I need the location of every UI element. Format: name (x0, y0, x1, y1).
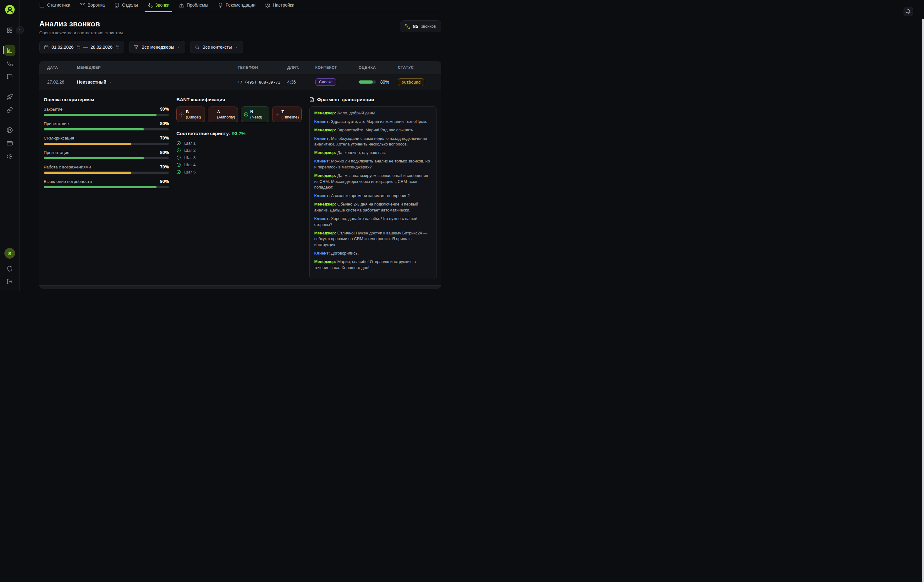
lifebuoy-icon (7, 127, 13, 133)
criterion-value: 70% (160, 164, 169, 170)
tab-recommendations[interactable]: Рекомендации (218, 2, 256, 8)
criterion-top: Выявление потребности90% (44, 179, 169, 184)
cell-status: outbound (398, 78, 433, 86)
tab-label: Настройки (273, 3, 294, 8)
sidebar-item-security[interactable] (4, 263, 15, 274)
criteria-section: Оценка по критериям Закрытие90%Приветств… (44, 97, 169, 279)
manager-name: Неизвестный (77, 79, 106, 84)
calls-table: ДАТАМЕНЕДЖЕРТЕЛЕФОНДЛИТ.КОНТЕКСТОЦЕНКАСТ… (39, 61, 441, 289)
script-compliance: Соответствие скрипту:93.7% (176, 131, 301, 136)
script-compliance-value: 93.7% (232, 131, 246, 136)
script-step: Шаг 4 (176, 162, 301, 167)
grid-icon (7, 27, 13, 33)
script-step-label: Шаг 2 (184, 148, 195, 153)
date-range-separator: — (83, 45, 88, 49)
tab-problems[interactable]: Проблемы (179, 2, 208, 8)
funnel-icon (80, 3, 85, 8)
sidebar-item-launch[interactable] (4, 91, 15, 102)
avatar[interactable]: S (4, 248, 15, 259)
sidebar-item-logout[interactable] (4, 276, 15, 287)
criterion-progress-fill (44, 186, 157, 188)
bant-name: (Timeline) (282, 115, 299, 120)
sidebar-item-integrations[interactable] (4, 104, 15, 115)
circle-check-icon (176, 162, 181, 167)
speaker-label: Менеджер: (314, 110, 336, 115)
sidebar-item-calls[interactable] (4, 58, 15, 69)
circle-check-icon (176, 141, 181, 145)
bant-text: B(Budget) (186, 109, 201, 120)
sidebar-expand-button[interactable] (16, 26, 24, 34)
bant-letter: T (282, 109, 299, 115)
criterion-progress-fill (44, 157, 144, 159)
speaker-label: Менеджер: (314, 128, 336, 132)
circle-check-icon (244, 112, 249, 117)
app-logo-icon (5, 4, 15, 15)
main-area: СтатистикаВоронкаОтделыЗвонкиПроблемыРек… (20, 0, 462, 289)
circle-check-icon (176, 148, 181, 153)
sidebar-item-messages[interactable] (4, 71, 15, 82)
tab-statistics[interactable]: Статистика (39, 2, 70, 8)
managers-filter-dropdown[interactable]: Все менеджеры (129, 41, 185, 53)
chevron-right-icon (18, 28, 22, 32)
bant-text: N(Need) (250, 109, 262, 120)
column-header: МЕНЕДЖЕР (77, 65, 238, 70)
gear-icon (265, 3, 270, 8)
criterion-row: Презентация80% (44, 150, 169, 159)
criterion-top: Закрытие90% (44, 107, 169, 112)
sidebar-item-settings[interactable] (4, 151, 15, 162)
link-icon (7, 107, 13, 113)
criterion-progress (44, 143, 169, 145)
column-header: КОНТЕКСТ (315, 65, 359, 70)
sidebar-item-billing[interactable] (4, 138, 15, 149)
criterion-value: 80% (160, 121, 169, 126)
contexts-filter-dropdown[interactable]: Все контексты (190, 41, 243, 53)
transcript-message: Клиент: Мы обсуждали с вами неделю назад… (314, 136, 432, 148)
chat-icon (7, 74, 13, 80)
column-header: ТЕЛЕФОН (238, 65, 287, 70)
call-detail-panel: Оценка по критериям Закрытие90%Приветств… (39, 90, 441, 285)
tab-funnel[interactable]: Воронка (80, 2, 105, 8)
transcript-panel[interactable]: Менеджер: Алло, добрый день!Клиент: Здра… (309, 106, 437, 279)
script-step-label: Шаг 4 (184, 162, 195, 167)
calls-count-label: звонков (421, 24, 436, 29)
bant-state (179, 112, 184, 117)
script-steps-list: Шаг 1Шаг 2Шаг 3Шаг 4Шаг 5 (176, 141, 301, 175)
criterion-progress-fill (44, 171, 131, 174)
lightbulb-icon (218, 3, 223, 8)
bant-letter: A (217, 109, 235, 115)
criterion-label: Презентация (44, 150, 69, 155)
criterion-value: 70% (160, 135, 169, 140)
bant-text: T(Timeline) (282, 109, 299, 120)
sidebar-item-dashboard[interactable] (4, 25, 15, 36)
script-compliance-label: Соответствие скрипту: (176, 131, 230, 136)
tab-calls[interactable]: Звонки (147, 2, 169, 8)
funnel-icon (134, 45, 139, 49)
criterion-value: 90% (160, 107, 169, 112)
criteria-title: Оценка по критериям (44, 97, 169, 102)
managers-filter-value: Все менеджеры (142, 45, 174, 49)
tab-departments[interactable]: Отделы (114, 2, 138, 8)
tab-label: Проблемы (187, 3, 208, 8)
transcript-message: Менеджер: Да, мы анализируем звонки, ema… (314, 173, 432, 191)
criterion-progress (44, 128, 169, 130)
chevron-up-icon[interactable] (109, 80, 113, 84)
sidebar-item-analytics[interactable] (4, 45, 15, 56)
speaker-label: Клиент: (314, 159, 330, 163)
tab-label: Воронка (88, 3, 105, 8)
bant-name: (Need) (250, 115, 262, 120)
date-picker-icon[interactable] (76, 45, 81, 49)
column-header: ДЛИТ. (287, 65, 315, 70)
tab-settings[interactable]: Настройки (265, 2, 294, 8)
criterion-label: Закрытие (44, 107, 63, 112)
sidebar-item-support[interactable] (4, 124, 15, 136)
date-range-filter[interactable]: 01.02.2026 — 28.02.2026 (39, 41, 124, 53)
search-icon (195, 45, 200, 49)
table-row[interactable]: 27.02.26 Неизвестный +7 (495) 808-39-71 … (39, 74, 441, 90)
bant-text: A(Authority) (217, 109, 235, 120)
topnav-tabs: СтатистикаВоронкаОтделыЗвонкиПроблемыРек… (39, 0, 441, 12)
date-picker-icon[interactable] (116, 45, 119, 49)
script-step: Шаг 3 (176, 155, 301, 160)
criterion-value: 90% (160, 179, 169, 184)
criterion-row: Работа с возражениями70% (44, 164, 169, 174)
chevron-down-icon (177, 46, 180, 49)
